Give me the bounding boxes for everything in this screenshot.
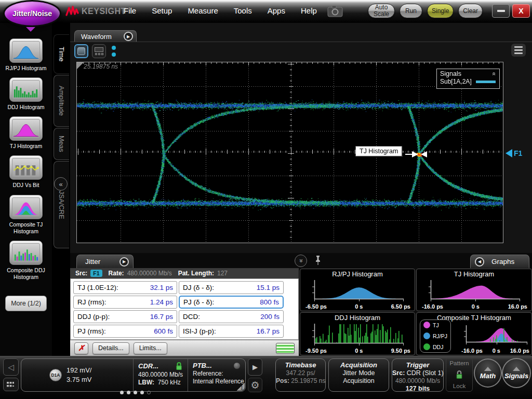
trigger-panel[interactable]: Trigger Src: CDR (Slot 1) 480.00000 Mb/s…: [392, 358, 444, 392]
menu-apps[interactable]: Apps: [268, 6, 285, 15]
waveform-toolbar: [74, 44, 116, 58]
jitter-tab-menu-button[interactable]: ▶: [119, 257, 129, 267]
waveform-tab-menu-button[interactable]: ▶: [124, 32, 133, 41]
ptb-reference-value: Internal Reference: [193, 378, 241, 385]
menu-setup[interactable]: Setup: [152, 6, 172, 15]
graphs-tab-label: Graphs: [491, 258, 514, 265]
menu-file[interactable]: File: [124, 6, 136, 15]
measurement-pj-dd[interactable]: PJ (δ - δ):800 fs: [179, 296, 284, 309]
multi-pane-icon: [95, 47, 103, 52]
pattern-length-label: Pat. Length:: [178, 270, 214, 277]
tj-histogram-callout[interactable]: TJ Histogram: [355, 146, 402, 156]
grid-view-layout-button[interactable]: [92, 44, 106, 58]
graph-tile-tj-histogram[interactable]: TJ Histogram -16.0 ps 0 s 16.0 ps: [416, 269, 532, 311]
close-measurement-button[interactable]: ✗: [74, 342, 88, 354]
single-button[interactable]: Single: [427, 4, 454, 18]
details-button[interactable]: Details...: [92, 342, 129, 354]
results-table-toggle-icon[interactable]: [276, 343, 295, 354]
src-f1-badge[interactable]: F1: [90, 270, 102, 277]
pin-icon[interactable]: [314, 255, 322, 268]
panel-pagination-dots[interactable]: [120, 391, 151, 394]
acquisition-mode-line2: Acquisition: [329, 377, 389, 384]
gear-icon: ⚙: [250, 379, 259, 391]
tab-amplitude[interactable]: Amplitude: [54, 75, 69, 127]
x-tick-label: 16.0 ps: [510, 348, 529, 354]
ptb-page-corner[interactable]: 1: [235, 381, 245, 391]
measurement-dj[interactable]: DJ (δ - δ):15.1 ps: [179, 281, 284, 294]
measurement-tj[interactable]: TJ (1.0E-12):32.1 ps: [73, 281, 177, 294]
app-mode-badge[interactable]: Jitter/Noise: [3, 0, 61, 27]
ddj-color-dot: [423, 343, 430, 350]
minimize-button[interactable]: [492, 4, 510, 18]
graphs-tab[interactable]: ◀ Graphs: [470, 255, 529, 268]
chevron-left-double-icon: «: [59, 180, 62, 188]
eye-diagram-canvas[interactable]: [77, 62, 503, 243]
tab-meas[interactable]: Meas: [54, 128, 69, 160]
brand-text: KEYSIGHT: [82, 7, 126, 16]
jitter-tab[interactable]: Jitter ▶: [76, 255, 134, 268]
cdr-section[interactable]: CDR... 480.00000 Mb/s LBW: 750 kHz: [133, 359, 188, 391]
channel-badge[interactable]: D1A: [49, 369, 62, 381]
sidebar-item-ddj-histogram[interactable]: DDJ Histogram: [2, 77, 50, 111]
scroll-panels-right-button[interactable]: ▶: [248, 358, 262, 376]
sidebar-item-composite-tj-histogram[interactable]: Composite TJ Histogram: [2, 195, 50, 235]
x-tick-label: 6.50 ps: [391, 303, 410, 310]
graphs-tab-back-button[interactable]: ◀: [475, 257, 484, 267]
menu-measure[interactable]: Measure: [188, 6, 218, 15]
acquisition-title: Acquisition: [329, 361, 389, 369]
tab-jsa-cre[interactable]: JSA/CRE: [54, 161, 69, 248]
menu-tools[interactable]: Tools: [234, 6, 252, 15]
collapse-sidebar-button[interactable]: «: [54, 177, 68, 191]
clear-button[interactable]: Clear: [458, 4, 483, 18]
settings-gear-button[interactable]: ⚙: [248, 378, 262, 392]
measurement-dcd[interactable]: DCD:200 fs: [179, 310, 284, 323]
close-icon: X: [518, 7, 523, 15]
jitter-measurements-area: TJ (1.0E-12):32.1 ps DJ (δ - δ):15.1 ps …: [70, 278, 299, 340]
sidebar-item-ddj-vs-bit[interactable]: DDJ Vs Bit: [2, 155, 50, 189]
waveform-tab[interactable]: Waveform ▶: [74, 30, 137, 42]
toolbar-handle-icon[interactable]: [112, 46, 116, 57]
auto-scale-button[interactable]: Auto Scale: [368, 4, 395, 18]
ptb-section[interactable]: PTB... Reference: Internal Reference 1: [188, 359, 245, 391]
timebase-title: Timebase: [276, 361, 325, 369]
graph-tile-ddj-histogram[interactable]: DDJ Histogram -9.50 ps 0 s 9.50 ps: [300, 312, 415, 355]
measurement-rj[interactable]: RJ (rms):1.24 ps: [73, 296, 177, 309]
signals-legend[interactable]: Signals « Sub[1A,2A]: [436, 69, 500, 89]
run-button[interactable]: Run: [400, 4, 422, 18]
math-button[interactable]: Math: [474, 358, 502, 388]
sidebar-item-rjpj-histogram[interactable]: RJ/PJ Histogram: [2, 38, 50, 72]
graph-tile-composite-tj-histogram[interactable]: Composite TJ Histogram TJ RJ/PJ DDJ -16.…: [416, 312, 532, 355]
x-tick-label: 0 s: [472, 303, 480, 310]
waveform-menu-button[interactable]: [511, 44, 526, 57]
acquisition-panel[interactable]: Acquisition Jitter Mode Acquisition: [328, 358, 389, 392]
measurement-pj-rms[interactable]: PJ (rms):600 fs: [73, 325, 177, 338]
single-view-layout-button[interactable]: [74, 44, 88, 58]
measurement-ddj[interactable]: DDJ (p-p):16.7 ps: [73, 310, 177, 323]
panel-overview-button[interactable]: [3, 378, 19, 391]
channel-section[interactable]: D1A 192 mV/ 3.75 mV: [21, 359, 133, 391]
measurement-isij[interactable]: ISI-J (p-p):16.7 ps: [179, 325, 284, 338]
sidebar-item-composite-ddj-histogram[interactable]: Composite DDJ Histogram: [2, 241, 50, 281]
more-graphs-button[interactable]: More (1/2): [5, 296, 47, 311]
signals-button[interactable]: Signals: [502, 358, 531, 388]
app-mode-dropdown-caret-icon[interactable]: [26, 27, 35, 32]
limits-button[interactable]: Limits...: [134, 342, 167, 354]
menu-help[interactable]: Help: [301, 6, 317, 15]
graph-tile-rjpj-histogram[interactable]: RJ/PJ Histogram -6.50 ps 0 s 6.50 ps: [300, 269, 415, 311]
legend-entry-tj: TJ: [423, 322, 450, 328]
collapse-panel-button[interactable]: «: [295, 255, 307, 267]
f1-trace-marker[interactable]: F1: [506, 149, 522, 157]
tab-time[interactable]: Time: [54, 34, 69, 74]
close-button[interactable]: X: [512, 4, 530, 18]
timebase-panel[interactable]: Timebase 347.22 ps/ Pos: 25.19875 ns: [275, 358, 326, 392]
tj-color-dot: [423, 322, 430, 328]
screenshot-camera-icon[interactable]: [327, 5, 343, 19]
sidebar-item-tj-histogram[interactable]: TJ Histogram: [2, 116, 50, 150]
pattern-lock-panel[interactable]: Pattern Lock: [446, 357, 473, 392]
graph-sidebar: RJ/PJ Histogram DDJ Histogram TJ Histogr…: [0, 23, 52, 356]
collapse-legend-icon[interactable]: «: [491, 72, 498, 76]
tj-gaussian-icon: [12, 119, 40, 138]
scroll-panels-left-button[interactable]: ◁: [3, 358, 19, 376]
lower-tab-bar: Jitter ▶ « ◀ Graphs: [70, 253, 532, 268]
triangle-left-outline-icon: ◁: [8, 363, 14, 372]
